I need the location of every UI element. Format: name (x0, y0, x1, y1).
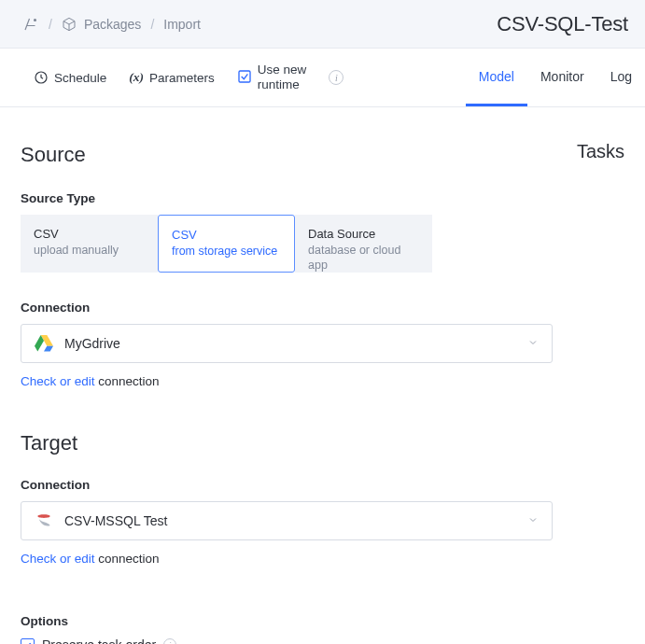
subnav: Schedule (x) Parameters Use new runtime … (0, 49, 645, 107)
checkbox-checked-icon (237, 69, 252, 87)
source-type-csv-manual[interactable]: CSV upload manually (21, 215, 158, 273)
source-type-csv-storage[interactable]: CSV from storage service (158, 215, 295, 273)
source-type-datasource[interactable]: Data Source database or cloud app (295, 215, 432, 273)
tab-model[interactable]: Model (466, 49, 527, 106)
source-type-selector: CSV upload manually CSV from storage ser… (21, 215, 624, 273)
target-connection-dropdown[interactable]: CSV-MSSQL Test (21, 501, 553, 540)
nav-parameters-label: Parameters (149, 71, 215, 85)
breadcrumb-current-label: Import (163, 17, 201, 32)
subnav-left: Schedule (x) Parameters Use new runtime … (34, 63, 344, 91)
variable-icon: (x) (129, 70, 144, 85)
sql-server-icon (35, 511, 53, 530)
breadcrumb-current: Import (163, 17, 201, 32)
home-icon[interactable] (22, 16, 39, 33)
target-connection-label: Connection (21, 478, 624, 492)
nav-schedule[interactable]: Schedule (34, 70, 106, 85)
info-icon[interactable]: i (329, 70, 344, 85)
tasks-heading[interactable]: Tasks (577, 141, 624, 162)
svg-marker-4 (44, 346, 53, 352)
clock-icon (34, 70, 49, 85)
tabs: Model Monitor Log (466, 49, 645, 106)
page-title: CSV-SQL-Test (497, 12, 628, 36)
target-check-edit: Check or edit connection (21, 552, 553, 566)
preserve-task-order-checkbox[interactable] (21, 638, 35, 645)
target-heading: Target (21, 431, 624, 455)
nav-parameters[interactable]: (x) Parameters (129, 70, 215, 85)
google-drive-icon (35, 334, 53, 353)
source-connection-dropdown[interactable]: MyGdrive (21, 324, 553, 363)
breadcrumb-sep: / (150, 17, 154, 32)
source-connection-value: MyGdrive (64, 336, 120, 351)
breadcrumb-packages[interactable]: Packages (62, 17, 141, 32)
chevron-down-icon (527, 336, 539, 351)
source-heading: Source (21, 143, 624, 167)
source-connection-label: Connection (21, 301, 624, 315)
options-block: Options Preserve task order i (21, 614, 624, 644)
check-icon (22, 640, 33, 645)
tab-monitor[interactable]: Monitor (527, 49, 597, 106)
source-type-label: Source Type (21, 191, 624, 205)
breadcrumb-bar: / Packages / Import CSV-SQL-Test (0, 0, 645, 49)
preserve-task-order-row: Preserve task order i (21, 637, 624, 644)
breadcrumb-packages-label: Packages (84, 17, 141, 32)
source-check-edit-link[interactable]: Check or edit (21, 374, 95, 388)
main-content: Tasks Source Source Type CSV upload manu… (0, 107, 645, 644)
preserve-task-order-label: Preserve task order (42, 637, 156, 644)
nav-runtime-label: Use new runtime (258, 63, 307, 91)
nav-schedule-label: Schedule (54, 71, 106, 85)
nav-use-new-runtime[interactable]: Use new runtime (237, 63, 307, 91)
target-check-edit-link[interactable]: Check or edit (21, 552, 95, 566)
svg-rect-2 (239, 71, 250, 82)
tab-log[interactable]: Log (597, 49, 645, 106)
info-icon[interactable]: i (163, 638, 176, 644)
breadcrumb-sep: / (49, 17, 52, 32)
chevron-down-icon (527, 513, 539, 528)
source-check-edit: Check or edit connection (21, 374, 553, 388)
svg-point-0 (35, 19, 36, 21)
target-connection-value: CSV-MSSQL Test (64, 513, 167, 528)
options-heading: Options (21, 614, 624, 628)
